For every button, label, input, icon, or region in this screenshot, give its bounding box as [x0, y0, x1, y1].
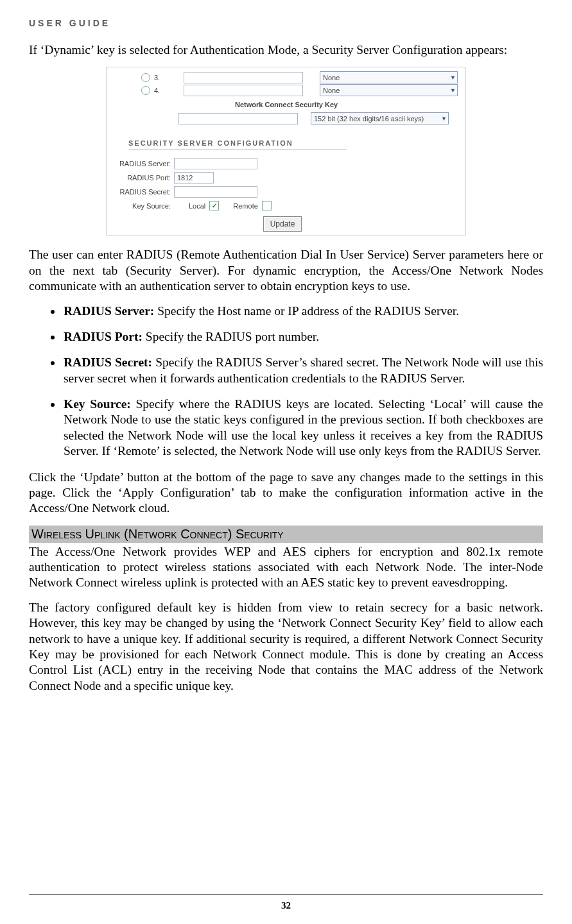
- radius-secret-input[interactable]: [174, 186, 257, 198]
- bullet-radius-port: RADIUS Port: Specify the RADIUS port num…: [29, 329, 543, 345]
- bullet-radius-secret: RADIUS Secret: Specify the RADIUS Server…: [29, 355, 543, 386]
- wireless-uplink-p2: The factory configured default key is hi…: [29, 600, 543, 694]
- page-number: 32: [0, 900, 572, 911]
- local-checkbox[interactable]: ✓: [209, 201, 219, 210]
- chevron-down-icon: ▼: [450, 87, 456, 94]
- bullet-icon: [51, 336, 55, 339]
- bullet-list: RADIUS Server: Specify the Host name or …: [29, 304, 543, 459]
- radius-server-input[interactable]: [174, 158, 257, 169]
- bullet-icon: [51, 310, 55, 314]
- intro-paragraph: If ‘Dynamic’ key is selected for Authent…: [29, 42, 543, 58]
- net-connect-key-length-value: 152 bit (32 hex digits/16 ascii keys): [314, 115, 424, 123]
- wireless-uplink-heading: Wireless Uplink (Network Connect) Securi…: [29, 526, 543, 543]
- net-connect-key-input[interactable]: [178, 113, 298, 124]
- page-header: USER GUIDE: [29, 18, 543, 28]
- key3-type-value: None: [323, 74, 340, 81]
- bullet-label: RADIUS Server:: [64, 304, 154, 318]
- update-button[interactable]: Update: [263, 216, 302, 232]
- radio-3-label: 3.: [154, 74, 163, 81]
- key3-input[interactable]: [184, 72, 303, 83]
- config-screenshot: 3. None ▼ 4. None ▼ Network Connect Secu…: [106, 67, 466, 235]
- key3-type-select[interactable]: None ▼: [320, 71, 458, 83]
- radius-port-input[interactable]: 1812: [174, 172, 214, 184]
- bullet-label: Key Source:: [64, 397, 131, 411]
- bullet-text: Specify where the RADIUS keys are locate…: [64, 397, 543, 458]
- wireless-uplink-p1: The Access/One Network provides WEP and …: [29, 544, 543, 591]
- remote-checkbox[interactable]: [262, 201, 272, 210]
- bullet-key-source: Key Source: Specify where the RADIUS key…: [29, 397, 543, 459]
- bullet-text: Specify the Host name or IP address of t…: [154, 304, 459, 318]
- radio-4[interactable]: [141, 86, 150, 95]
- bullet-label: RADIUS Secret:: [64, 355, 152, 369]
- radio-4-label: 4.: [154, 87, 163, 94]
- bullet-radius-server: RADIUS Server: Specify the Host name or …: [29, 304, 543, 319]
- section-underline: [128, 150, 347, 150]
- key4-type-value: None: [323, 87, 340, 94]
- radius-secret-label: RADIUS Secret:: [110, 188, 171, 196]
- local-label: Local: [189, 202, 205, 210]
- radius-intro-paragraph: The user can enter RADIUS (Remote Authen…: [29, 247, 543, 294]
- update-instructions: Click the ‘Update’ button at the bottom …: [29, 470, 543, 517]
- radius-server-label: RADIUS Server:: [110, 160, 171, 167]
- key4-input[interactable]: [184, 85, 303, 96]
- net-connect-key-length-select[interactable]: 152 bit (32 hex digits/16 ascii keys) ▼: [311, 112, 449, 124]
- footer-rule: [29, 894, 543, 894]
- bullet-text: Specify the RADIUS port number.: [143, 330, 319, 343]
- net-connect-key-title: Network Connect Security Key: [235, 101, 338, 108]
- radius-port-label: RADIUS Port:: [110, 174, 171, 182]
- security-server-section-title: SECURITY SERVER CONFIGURATION: [128, 139, 293, 147]
- bullet-icon: [51, 361, 55, 365]
- bullet-icon: [51, 403, 55, 407]
- key4-type-select[interactable]: None ▼: [320, 84, 458, 96]
- bullet-label: RADIUS Port:: [64, 330, 143, 343]
- chevron-down-icon: ▼: [441, 116, 447, 122]
- key-source-label: Key Source:: [110, 202, 171, 210]
- radio-3[interactable]: [141, 73, 150, 82]
- remote-label: Remote: [233, 202, 258, 210]
- chevron-down-icon: ▼: [450, 74, 456, 81]
